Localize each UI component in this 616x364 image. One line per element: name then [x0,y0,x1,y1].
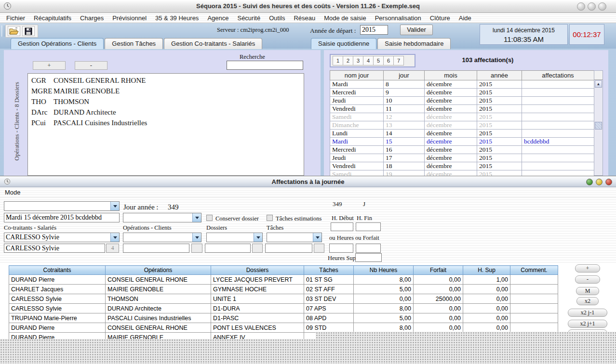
menu-item[interactable]: Mode de saisie [320,14,370,22]
grid-side-button[interactable]: x2 j+1 [568,320,607,328]
tache-field[interactable] [265,244,312,253]
menu-item[interactable]: Récapitulatifs [29,14,76,22]
grid-side-button[interactable]: - [575,275,600,284]
cotraitant-select[interactable]: CARLESSO Sylvie [4,233,120,242]
dialog-minimize-button[interactable] [586,179,593,185]
grid-row[interactable]: DURAND Pierre CONSEIL GENERAL RHONE LYCE… [9,275,558,285]
dossier-field[interactable] [205,244,251,253]
day-row[interactable]: Mercredi 16 décembre 2015 [330,146,594,154]
heures-sup-input[interactable] [355,253,382,262]
day-row[interactable]: Samedi 19 décembre 2015 [330,170,594,176]
client-list-item[interactable]: CGRCONSEIL GENERAL RHONE [31,75,304,86]
dossier-select-value [207,233,254,242]
client-code: THO [31,96,54,107]
dropdown-arrow-icon[interactable] [110,233,119,242]
conserver-dossier-checkbox[interactable] [206,215,213,221]
h-fin-input[interactable] [356,222,381,231]
dropdown-arrow-icon[interactable] [110,202,119,210]
year-input[interactable] [360,25,388,35]
menu-item[interactable]: Fichier [2,14,29,22]
menu-item[interactable]: Réseau [289,14,320,22]
grid-row[interactable]: DURAND Pierre CONSEIL GENERAL RHONE PONT… [9,323,558,333]
dropdown-arrow-icon[interactable] [192,213,201,222]
page-cell[interactable]: 3 [353,56,363,65]
client-list-item[interactable]: MGREMAIRIE GRENOBLE [31,86,304,96]
grid-row[interactable]: TRUPIANO Marie-Pierre PASCALI Cuisines I… [9,313,558,323]
forfait-input[interactable] [356,244,381,253]
taches-estimations-checkbox[interactable] [267,215,273,221]
grid-side-button[interactable]: x2 [576,297,599,305]
operation-select[interactable] [123,233,201,242]
page-cell[interactable]: 5 [373,56,384,65]
client-list-item[interactable]: PCuiPASCALI Cuisines Industrielles [31,117,304,128]
day-row[interactable]: Samedi 12 décembre 2015 [330,113,594,121]
dialog-maximize-button[interactable] [596,179,603,185]
menu-item[interactable]: Prévisionnel [108,14,151,22]
tab-saisie[interactable]: Saisie quotidienne [311,38,376,49]
cotraitant-field[interactable] [4,244,105,253]
dossier-select[interactable] [206,233,263,242]
operation-quick-select[interactable] [123,213,201,222]
toolbar-grip-handle[interactable] [1,26,4,37]
heures-input[interactable] [329,244,353,253]
tab-gestion[interactable]: Gestion Co-traitants - Salariés [164,38,262,49]
dialog-close-button[interactable] [605,179,612,185]
day-row[interactable]: Jeudi 17 décembre 2015 [330,154,594,162]
scroll-up-icon[interactable]: ▲ [595,80,602,88]
page-cell[interactable]: 6 [383,56,394,65]
client-list-item[interactable]: DArcDURAND Architecte [31,107,304,117]
add-client-button[interactable]: + [33,61,66,70]
mode-menu-item[interactable]: Mode [5,189,21,196]
grid-column-header: Opérations [106,266,211,275]
grid-side-button[interactable]: x2 j-1 [568,309,607,317]
scrollbar-thumb[interactable] [595,122,602,130]
validate-button[interactable]: Valider [400,25,433,35]
search-input[interactable] [227,61,303,70]
client-list-item[interactable]: THOTHOMSON [31,96,304,107]
save-button[interactable] [22,26,35,36]
selected-date-field[interactable] [4,213,120,222]
days-scrollbar[interactable]: ▲ [594,70,603,176]
page-cell[interactable]: 1 [333,56,343,65]
dropdown-arrow-icon[interactable] [313,233,321,242]
operation-field[interactable] [123,244,189,253]
day-row[interactable]: Vendredi 11 décembre 2015 [330,105,594,113]
day-select[interactable] [4,201,120,211]
day-row[interactable]: Mercredi 9 décembre 2015 [330,89,594,97]
menu-item[interactable]: Clôture [426,14,455,22]
day-row[interactable]: Jeudi 10 décembre 2015 [330,97,594,105]
page-cell[interactable]: 4 [363,56,374,65]
day-row[interactable]: Vendredi 18 décembre 2015 [330,162,594,170]
open-file-button[interactable] [8,26,20,36]
tab-saisie[interactable]: Saisie hebdomadaire [377,38,451,49]
menu-item[interactable]: 35 & 39 Heures [151,14,203,22]
menu-item[interactable]: Charges [76,14,108,22]
menu-item[interactable]: Personnalisation [371,14,426,22]
dropdown-arrow-icon[interactable] [254,233,262,242]
remove-client-button[interactable]: - [75,61,107,70]
menu-item[interactable]: Aide [455,14,476,22]
grid-side-button[interactable]: M [576,287,599,295]
day-row[interactable]: Lundi 14 décembre 2015 [330,130,594,138]
grid-row[interactable]: CARLESSO Sylvie THOMSON UNITE 1 03 ST DE… [9,294,558,304]
day-row[interactable]: Mardi 8 décembre 2015 [330,80,594,89]
menu-item[interactable]: Sécurité [233,14,265,22]
grid-row[interactable]: CHARLET Jacques MAIRIE GRENOBLE GYMNASE … [9,285,558,294]
dialog-menu-bar: Mode [0,187,616,198]
window-close-button[interactable] [598,2,606,11]
menu-item[interactable]: Outils [265,14,289,22]
window-maximize-button[interactable] [588,2,596,11]
tache-select[interactable] [267,233,322,242]
day-row[interactable]: Mardi 15 décembre 2015 bcddebbd [330,138,594,146]
page-cell[interactable]: 2 [343,56,353,65]
window-minimize-button[interactable] [577,2,585,11]
dropdown-arrow-icon[interactable] [192,233,201,242]
tab-gestion[interactable]: Gestion Opérations - Clients [11,38,104,49]
tab-gestion[interactable]: Gestion Tâches [105,38,163,49]
day-row[interactable]: Dimanche 13 décembre 2015 [330,121,594,130]
menu-item[interactable]: Agence [203,14,233,22]
grid-side-button[interactable]: + [575,264,600,273]
grid-row[interactable]: CARLESSO Sylvie DURAND Architecte D1-DUR… [9,304,558,313]
h-debut-input[interactable] [331,222,353,231]
days-column-header: année [477,71,522,80]
